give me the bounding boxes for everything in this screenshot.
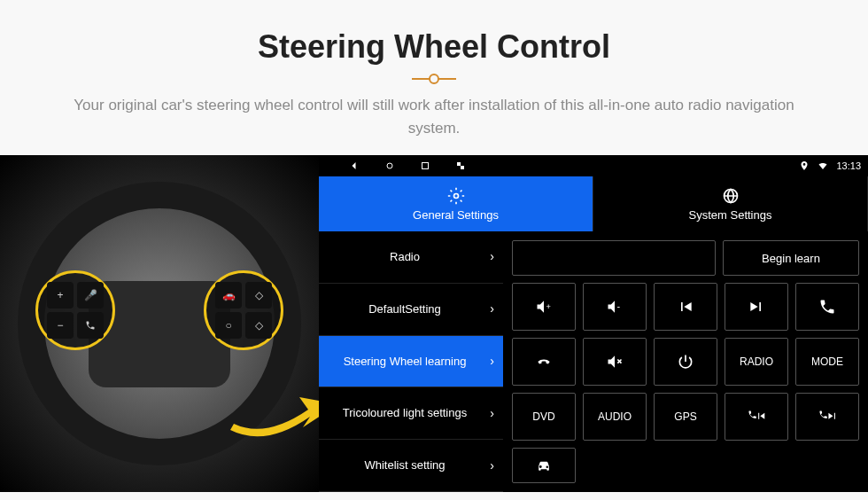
device-mockup: + 🎤 − 🚗 ◇ ○ ◇: [0, 155, 868, 492]
clock: 13:13: [836, 160, 861, 171]
menu-label: DefaultSetting: [368, 302, 441, 316]
menu-item-radio[interactable]: Radio ›: [319, 231, 503, 284]
btn-mute[interactable]: [583, 338, 647, 386]
btn-gps[interactable]: GPS: [654, 393, 717, 441]
svg-rect-1: [422, 163, 429, 169]
screenshot-icon[interactable]: [455, 160, 466, 171]
wifi-icon: [817, 160, 829, 171]
next-track-icon: [748, 298, 765, 316]
svg-rect-2: [457, 162, 461, 166]
btn-next-track[interactable]: [725, 283, 788, 331]
page-title: Steering Wheel Control: [35, 28, 833, 66]
phone-prev-icon: [748, 408, 765, 426]
power-icon: [677, 353, 694, 371]
btn-car[interactable]: [512, 448, 576, 483]
btn-label: RADIO: [740, 355, 773, 368]
wheel-btn-minus[interactable]: −: [47, 312, 74, 339]
menu-label: Steering Wheel learning: [344, 355, 467, 369]
globe-icon: [722, 187, 740, 205]
volume-up-icon: +: [535, 298, 553, 316]
btn-prev-track[interactable]: [654, 283, 717, 331]
tab-system-settings[interactable]: System Settings: [593, 176, 868, 231]
svg-point-4: [453, 193, 458, 198]
chevron-right-icon: ›: [490, 249, 494, 264]
btn-label: GPS: [674, 410, 696, 423]
begin-learn-button[interactable]: Begin learn: [723, 240, 859, 276]
accent-divider: [412, 78, 456, 80]
wheel-btn-down[interactable]: ◇: [245, 312, 272, 339]
menu-label: Whitelist setting: [364, 458, 445, 473]
chevron-right-icon: ›: [490, 301, 494, 316]
gps-icon: [799, 160, 810, 171]
btn-label: DVD: [532, 410, 554, 423]
mute-icon: [606, 353, 624, 371]
home-icon[interactable]: [384, 160, 395, 171]
swc-learning-panel: Begin learn + -: [503, 231, 868, 492]
settings-tabs: General Settings System Settings: [319, 176, 868, 231]
car-icon: [535, 457, 553, 474]
svg-text:+: +: [546, 302, 551, 311]
svg-point-0: [387, 163, 392, 168]
menu-label: Tricoloured light settings: [343, 406, 467, 420]
btn-phone-prev[interactable]: [725, 393, 788, 441]
prev-track-icon: [677, 298, 694, 316]
header: Steering Wheel Control Your original car…: [0, 0, 868, 155]
wheel-btn-up[interactable]: ◇: [245, 282, 272, 309]
menu-item-swc-learning[interactable]: Steering Wheel learning ›: [319, 336, 503, 388]
chevron-right-icon: ›: [490, 458, 494, 473]
swc-last-row: [512, 448, 859, 483]
menu-item-whitelist[interactable]: Whitelist setting ›: [319, 440, 503, 492]
btn-volume-down[interactable]: -: [583, 283, 647, 331]
chevron-right-icon: ›: [490, 354, 494, 369]
btn-phone-next[interactable]: [795, 393, 859, 441]
menu-item-tricolour[interactable]: Tricoloured light settings ›: [319, 387, 503, 440]
menu-item-default[interactable]: DefaultSetting ›: [319, 284, 503, 336]
hangup-icon: [535, 353, 553, 371]
gear-icon: [447, 187, 465, 205]
btn-hangup[interactable]: [512, 338, 576, 386]
back-icon[interactable]: [349, 160, 360, 171]
btn-radio[interactable]: RADIO: [725, 338, 788, 386]
phone-icon: [818, 298, 836, 316]
menu-label: Radio: [390, 250, 420, 264]
wheel-btn-circle[interactable]: ○: [215, 312, 242, 339]
wheel-right-controls: 🚗 ◇ ○ ◇: [204, 270, 283, 350]
steering-wheel-photo: + 🎤 − 🚗 ◇ ○ ◇: [0, 155, 319, 492]
tab-label: General Settings: [413, 208, 499, 222]
begin-learn-label: Begin learn: [762, 252, 820, 265]
settings-menu: Radio › DefaultSetting › Steering Wheel …: [319, 231, 503, 492]
android-status-bar: 13:13: [319, 155, 868, 176]
swc-button-grid: + -: [512, 283, 859, 441]
btn-dvd[interactable]: DVD: [512, 393, 576, 441]
learn-display: [512, 240, 716, 276]
phone-next-icon: [818, 408, 836, 426]
btn-label: AUDIO: [598, 410, 632, 423]
chevron-right-icon: ›: [490, 406, 494, 421]
page-subtitle: Your original car's steering wheel contr…: [71, 94, 797, 139]
wheel-left-controls: + 🎤 −: [35, 270, 115, 350]
settings-content: Radio › DefaultSetting › Steering Wheel …: [319, 231, 868, 492]
svg-rect-3: [461, 166, 464, 169]
btn-audio[interactable]: AUDIO: [583, 393, 647, 441]
tab-label: System Settings: [689, 208, 772, 222]
btn-phone[interactable]: [795, 283, 859, 331]
wheel-btn-plus[interactable]: +: [47, 282, 74, 309]
wheel-btn-car[interactable]: 🚗: [215, 282, 242, 309]
wheel-btn-phone[interactable]: [77, 312, 104, 339]
recent-icon[interactable]: [420, 160, 430, 171]
tab-general-settings[interactable]: General Settings: [319, 176, 593, 231]
wheel-btn-voice[interactable]: 🎤: [77, 282, 104, 309]
btn-label: MODE: [811, 355, 843, 368]
svg-text:-: -: [617, 301, 621, 311]
btn-power[interactable]: [654, 338, 717, 386]
volume-down-icon: -: [606, 298, 624, 316]
btn-mode[interactable]: MODE: [795, 338, 859, 386]
btn-volume-up[interactable]: +: [512, 283, 576, 331]
head-unit-screen: 13:13 General Settings System Settings R…: [319, 155, 868, 492]
